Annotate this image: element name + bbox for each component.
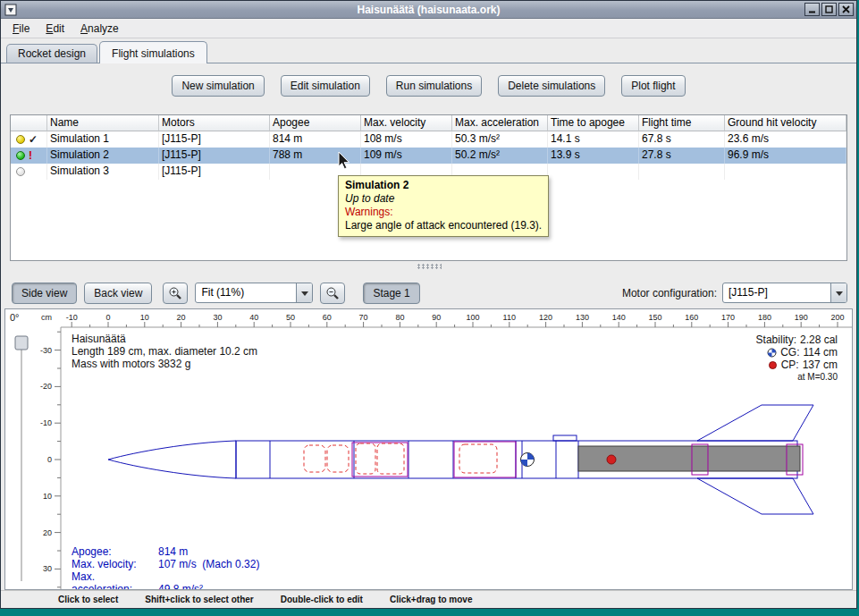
rocket-info-line: Length 189 cm, max. diameter 10.2 cm (72, 345, 257, 358)
tab-rocket-design[interactable]: Rocket design (6, 44, 97, 63)
column-header-apogee[interactable]: Apogee (270, 115, 361, 131)
column-header-name[interactable]: Name (47, 115, 159, 131)
svg-text:-10: -10 (66, 313, 78, 322)
flight-summary: Apogee:814 mMax. velocity:107 m/s (Mach … (72, 545, 259, 590)
table-row[interactable]: !Simulation 2[J115-P]788 m109 m/s50.2 m/… (11, 148, 846, 164)
rocket-info-line: Mass with motors 3832 g (72, 358, 257, 370)
svg-text:-20: -20 (40, 382, 52, 391)
svg-text:160: 160 (685, 313, 698, 322)
flight-info-label: Max. acceleration: (72, 570, 158, 590)
table-cell: 108 m/s (361, 131, 452, 148)
column-header-time-to-apogee[interactable]: Time to apogee (548, 115, 639, 131)
table-cell: Simulation 3 (47, 164, 159, 180)
table-cell: 50.2 m/s² (452, 148, 548, 164)
column-header-flight-time[interactable]: Flight time (639, 115, 725, 131)
close-button[interactable] (838, 3, 854, 16)
svg-text:70: 70 (359, 313, 368, 322)
cg-value: 114 cm (804, 346, 838, 359)
motor-config-value: [J115-P] (723, 283, 830, 302)
svg-text:-30: -30 (40, 346, 52, 355)
status-hint: Double-click to edit (281, 595, 363, 604)
table-cell: 23.6 m/s (725, 131, 846, 148)
svg-text:30: 30 (213, 313, 222, 322)
tab-flight-simulations[interactable]: Flight simulations (99, 41, 207, 63)
column-header-status[interactable] (11, 115, 47, 131)
svg-text:10: 10 (43, 492, 52, 501)
horizontal-splitter[interactable] (1, 262, 856, 271)
run-simulations-button[interactable]: Run simulations (386, 75, 482, 97)
back-view-button[interactable]: Back view (84, 283, 152, 304)
table-cell (725, 164, 846, 180)
motor-config-select[interactable]: [J115-P] (722, 283, 847, 303)
table-cell: 67.8 s (639, 131, 725, 148)
svg-text:150: 150 (648, 313, 661, 322)
cp-legend-icon (768, 360, 778, 370)
rotation-value: 0° (10, 312, 20, 323)
table-cell: 13.9 s (548, 148, 639, 164)
tab-strip: Rocket design Flight simulations (1, 38, 856, 63)
maximize-button[interactable] (821, 3, 837, 16)
column-header-max-acceleration[interactable]: Max. acceleration (452, 115, 548, 131)
tab-label: Flight simulations (112, 47, 195, 60)
table-cell: 27.8 s (639, 148, 725, 164)
rocket-info-line: Haisunäätä (72, 333, 257, 345)
rocket-diagram[interactable] (108, 405, 813, 514)
recovery-device-shapes (304, 443, 497, 474)
cp-value: 137 cm (803, 359, 838, 371)
warning-icon: ! (29, 151, 32, 160)
cg-marker-icon (521, 453, 535, 467)
plot-flight-button[interactable]: Plot flight (621, 75, 685, 97)
table-cell: [J115-P] (159, 131, 270, 148)
minimize-button[interactable] (804, 3, 820, 16)
status-bar: Click to selectShift+click to select oth… (1, 590, 856, 608)
rotation-slider[interactable] (15, 336, 28, 581)
column-header-max-velocity[interactable]: Max. velocity (361, 115, 452, 131)
status-hint: Shift+click to select other (145, 595, 253, 604)
side-view-button[interactable]: Side view (12, 283, 77, 304)
cg-legend-icon (767, 348, 777, 358)
table-cell (548, 164, 639, 180)
svg-text:140: 140 (612, 313, 626, 322)
svg-text:80: 80 (395, 313, 404, 322)
check-icon: ✓ (29, 135, 38, 144)
svg-text:-10: -10 (40, 418, 52, 427)
flight-info-row: Max. velocity:107 m/s (Mach 0.32) (72, 558, 259, 570)
svg-text:60: 60 (323, 313, 332, 322)
svg-text:130: 130 (576, 313, 589, 322)
svg-text:180: 180 (758, 313, 771, 322)
status-green-ball-icon (16, 151, 25, 160)
new-simulation-button[interactable]: New simulation (172, 75, 264, 97)
simulation-tooltip: Simulation 2 Up to date Warnings: Large … (338, 175, 549, 237)
chevron-down-icon (830, 283, 846, 302)
delete-simulations-button[interactable]: Delete simulations (498, 75, 605, 97)
rotation-slider-thumb[interactable] (15, 336, 28, 350)
mouse-cursor-icon (338, 151, 351, 171)
zoom-select[interactable]: Fit (11%) (195, 283, 313, 303)
stage-1-toggle[interactable]: Stage 1 (363, 283, 419, 304)
column-header-ground-hit-velocity[interactable]: Ground hit velocity (725, 115, 846, 131)
magnifier-plus-icon (168, 286, 182, 300)
tooltip-warning-text: Large angle of attack encountered (19.3)… (345, 219, 542, 232)
svg-text:40: 40 (249, 313, 258, 322)
tab-label: Rocket design (18, 47, 86, 60)
zoom-out-button[interactable] (320, 283, 345, 304)
flight-info-value: 49.8 m/s² (158, 583, 203, 590)
mach-note: at M=0.30 (756, 371, 838, 384)
window-titlebar[interactable]: Haisunäätä (haisunaata.ork) (1, 1, 856, 19)
table-row[interactable]: ✓Simulation 1[J115-P]814 m108 m/s50.3 m/… (11, 131, 846, 148)
edit-simulation-button[interactable]: Edit simulation (281, 75, 370, 97)
status-hint: Click+drag to move (390, 595, 473, 604)
column-header-motors[interactable]: Motors (159, 115, 270, 131)
tooltip-state: Up to date (345, 192, 542, 206)
table-cell: Simulation 1 (47, 131, 159, 148)
flight-info-value: 814 m (158, 545, 188, 558)
cg-label: CG: (780, 346, 799, 359)
menu-item-file[interactable]: File (4, 20, 38, 38)
menu-item-edit[interactable]: Edit (38, 20, 72, 38)
window-title: Haisunäätä (haisunaata.ork) (1, 4, 856, 16)
menu-item-analyze[interactable]: Analyze (72, 20, 127, 38)
zoom-in-button[interactable] (163, 283, 188, 304)
table-cell: 14.1 s (548, 131, 639, 148)
svg-text:0: 0 (47, 455, 52, 464)
magnifier-minus-icon (325, 286, 340, 300)
